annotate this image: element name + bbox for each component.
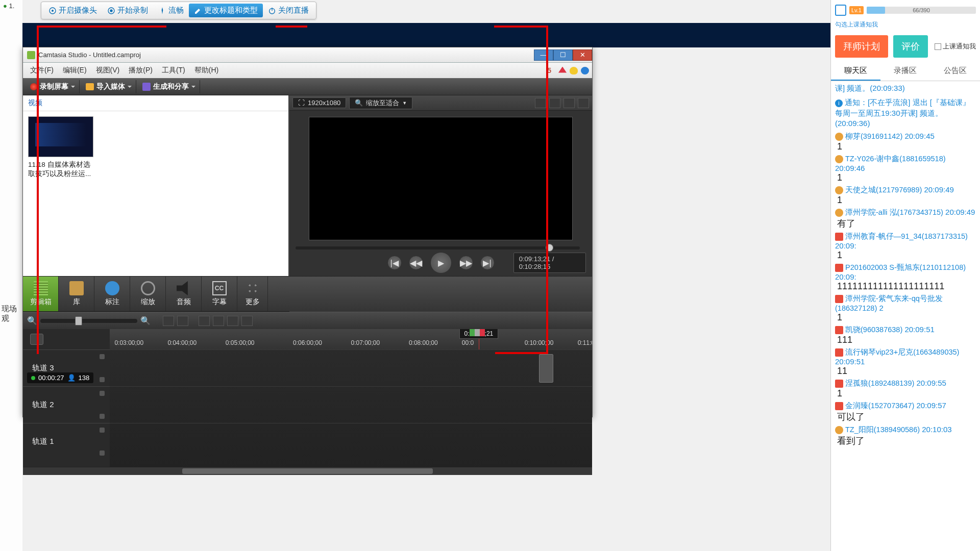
rate-button[interactable]: 评价 (893, 35, 928, 58)
menu-bar: 文件(F) 编辑(E) 视图(V) 播放(P) 工具(T) 帮助(H) 5 (23, 63, 592, 78)
paste-button[interactable] (241, 316, 253, 326)
scrub-bar[interactable] (296, 246, 580, 249)
eye-icon[interactable] (100, 428, 105, 433)
zoom-slider[interactable] (40, 319, 137, 323)
lock-icon[interactable] (100, 450, 105, 456)
playhead[interactable]: 0:09:13;21 (479, 329, 479, 349)
layers-button[interactable] (578, 98, 589, 108)
annotation-line (37, 26, 166, 28)
xp-bar: 66/390 (867, 7, 976, 14)
step-fwd-button[interactable]: ▶▶ (459, 256, 473, 270)
lock-icon[interactable] (100, 414, 105, 419)
tab-captions[interactable]: CC字幕 (202, 277, 237, 311)
produce-share-button[interactable]: 生成和分享 (138, 80, 200, 93)
hand-button[interactable] (549, 98, 560, 108)
minimize-button[interactable]: — (534, 49, 553, 61)
zoom-dropdown[interactable]: 🔍缩放至适合▼ (349, 97, 412, 109)
chat-message: 金润臻(1527073647) 20:09:57可以了 (831, 400, 980, 424)
mentor-plan-button[interactable]: 拜师计划 (835, 35, 888, 58)
clip-bin-panel: 视频 11.18 自媒体素材选取技巧以及粉丝运... (23, 95, 289, 276)
bulb-icon[interactable] (570, 67, 578, 74)
maximize-button[interactable]: ☐ (553, 49, 573, 61)
track-header-1[interactable]: 轨道 1 (23, 423, 110, 460)
menu-play[interactable]: 播放(P) (125, 64, 157, 77)
annotation-line (546, 26, 548, 354)
bin-section-label: 视频 (23, 95, 288, 111)
dimensions-dropdown[interactable]: ⛶980x551 (292, 97, 346, 108)
import-media-button[interactable]: 导入媒体 (82, 80, 136, 93)
magnifier-icon (141, 281, 155, 295)
tab-more[interactable]: 更多 (237, 277, 268, 311)
tab-callouts[interactable]: 标注 (94, 277, 130, 311)
main-toolbar: 录制屏幕 导入媒体 生成和分享 (23, 78, 592, 95)
menu-file[interactable]: 文件(F) (26, 64, 58, 77)
track-row-2[interactable] (110, 386, 592, 423)
callout-icon (105, 281, 119, 295)
tab-library[interactable]: 库 (59, 277, 94, 311)
split-button[interactable] (213, 316, 224, 326)
close-live-button[interactable]: 关闭直播 (263, 4, 314, 17)
record-screen-button[interactable]: 录制屏幕 (26, 80, 80, 93)
track-row-1[interactable] (110, 423, 592, 460)
track-header-2[interactable]: 轨道 2 00:00:27👤138 (23, 386, 110, 423)
time-ruler[interactable]: 0:03:00;00 0:04:00;00 0:05:00;00 0:06:00… (110, 329, 592, 349)
menu-help[interactable]: 帮助(H) (190, 64, 223, 77)
tab-announce[interactable]: 公告区 (930, 62, 980, 81)
open-camera-button[interactable]: 开启摄像头 (43, 4, 102, 17)
close-button[interactable]: ✕ (573, 49, 592, 61)
window-titlebar[interactable]: Camtasia Studio - Untitled.camproj — ☐ ✕ (23, 47, 592, 63)
zoom-out-icon[interactable]: 🔍 (27, 316, 37, 325)
tab-clipbin[interactable]: 剪辑箱 (23, 277, 59, 311)
copy-button[interactable] (227, 316, 238, 326)
play-button[interactable]: ▶ (430, 252, 452, 273)
cut-button[interactable] (199, 316, 210, 326)
speaker-icon (177, 281, 191, 295)
record-icon (30, 83, 37, 90)
folder-icon (86, 83, 94, 90)
notify-icon[interactable] (835, 5, 846, 16)
chat-message-list[interactable]: 课] 频道。(20:09:33) i通知：[不在乎流浪] 退出 [『基础课』每周… (831, 81, 980, 551)
eye-icon[interactable] (100, 391, 105, 396)
menu-tools[interactable]: 工具(T) (158, 64, 189, 77)
quality-button[interactable]: 流畅 (153, 4, 189, 17)
tab-chat[interactable]: 聊天区 (831, 62, 880, 81)
start-record-button[interactable]: 开始录制 (102, 4, 153, 17)
timeline-tracks[interactable]: 0:03:00;00 0:04:00;00 0:05:00;00 0:06:00… (110, 329, 592, 467)
info-icon: i (835, 99, 843, 107)
tab-audio[interactable]: 音频 (166, 277, 202, 311)
zoom-in-icon[interactable]: 🔍 (140, 316, 151, 325)
lock-icon[interactable] (100, 377, 105, 382)
fullscreen-button[interactable] (564, 98, 575, 108)
timeline-clip[interactable] (539, 354, 553, 383)
gift-icon (835, 264, 843, 272)
annotation-line (494, 26, 548, 28)
edit-title-button[interactable]: 更改标题和类型 (189, 4, 263, 17)
next-clip-button[interactable]: ▶| (480, 256, 495, 270)
bell-icon[interactable] (558, 67, 567, 74)
eye-icon[interactable] (100, 354, 105, 359)
prev-clip-button[interactable]: |◀ (387, 256, 402, 270)
gift-icon (835, 295, 843, 303)
undo-button[interactable] (163, 316, 174, 326)
notify-checkbox[interactable]: 上课通知我 (935, 42, 976, 51)
menu-view[interactable]: 视图(V) (92, 64, 124, 77)
detach-preview-button[interactable] (535, 98, 546, 108)
menu-edit[interactable]: 编辑(E) (59, 64, 91, 77)
timeline-panel: 🔍 🔍 轨道 3 轨道 2 00:00:27👤138 轨道 1 (23, 312, 592, 475)
annotation-line (495, 352, 548, 354)
medal-icon (835, 426, 843, 434)
step-back-button[interactable]: ◀◀ (409, 256, 423, 270)
track-row-3[interactable] (110, 349, 592, 386)
tab-zoom[interactable]: 缩放 (130, 277, 166, 311)
chat-message: 柳芽(391691142) 20:09:451 (831, 131, 980, 153)
medal-icon (835, 133, 843, 141)
timeline-hscrollbar[interactable] (23, 467, 592, 475)
redo-button[interactable] (177, 316, 188, 326)
chat-panel: Lv.1 66/390 勾选上课通知我 拜师计划 评价 上课通知我 聊天区 录播… (830, 0, 980, 551)
tab-replay[interactable]: 录播区 (880, 62, 930, 81)
help-icon[interactable] (581, 67, 589, 74)
chat-message: 天使之城(1217976989) 20:09:491 (831, 184, 980, 207)
more-icon (246, 281, 260, 295)
expand-icon: ⛶ (298, 99, 305, 107)
preview-canvas[interactable] (309, 117, 573, 240)
